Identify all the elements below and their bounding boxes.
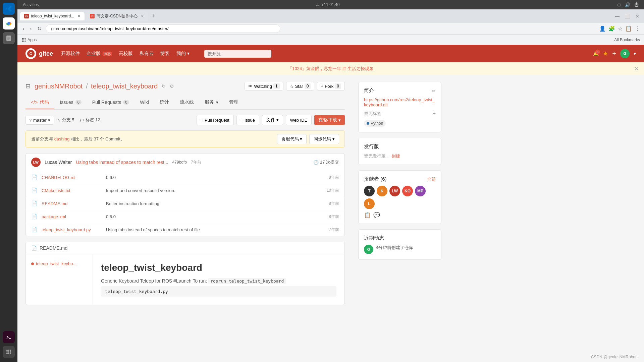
svg-point-26 bbox=[25, 41, 26, 42]
activities-label[interactable]: Activities bbox=[23, 2, 39, 7]
tab-code[interactable]: </> 代码 bbox=[25, 96, 54, 109]
contributor-L[interactable]: L bbox=[364, 198, 375, 209]
file-name-readme[interactable]: README.md bbox=[42, 201, 102, 206]
create-release-link[interactable]: 创建 bbox=[391, 154, 400, 159]
repo-url-link[interactable]: https://github.com/ros2/teleop_twist_key… bbox=[364, 97, 436, 107]
contributor-KO[interactable]: KO bbox=[402, 186, 413, 196]
profile-icon[interactable]: 👤 bbox=[599, 25, 606, 32]
more-menu-button[interactable]: ⋮ bbox=[635, 25, 640, 32]
right-sidebar: 简介 ✏ https://github.com/ros2/teleop_twis… bbox=[353, 75, 447, 362]
nav-university[interactable]: 高校版 bbox=[119, 51, 133, 57]
nav-opensource[interactable]: 开源软件 bbox=[61, 51, 80, 57]
file-name-cmake[interactable]: CMakeLists.txt bbox=[42, 188, 102, 193]
gitee-search-input[interactable] bbox=[204, 50, 271, 58]
favorites-icon[interactable]: ☆ bbox=[618, 25, 623, 32]
file-name-teleop[interactable]: teleop_twist_keyboard.py bbox=[42, 227, 102, 232]
browser-tab-2[interactable]: C 写文章-CSDN创作中心 ✕ bbox=[86, 11, 148, 21]
repo-name-link[interactable]: teleop_twist_keyboard bbox=[91, 82, 158, 90]
contribute-code-button[interactable]: 贡献代码 ▾ bbox=[277, 134, 307, 144]
repo-sync-icon[interactable]: ↻ bbox=[162, 83, 166, 89]
contributor-MP[interactable]: MP bbox=[415, 186, 426, 196]
maximize-button[interactable]: ⬜ bbox=[623, 12, 632, 20]
branch-selector[interactable]: ⑂ master ▾ bbox=[25, 116, 54, 125]
tab-1-close[interactable]: ✕ bbox=[77, 14, 80, 18]
commit-hash[interactable]: 479bdfb bbox=[172, 160, 187, 165]
taskbar-terminal[interactable] bbox=[3, 331, 15, 343]
watch-button[interactable]: 👁 Watching 1 bbox=[245, 82, 283, 90]
sync-code-button[interactable]: 同步代码 ▾ bbox=[309, 134, 339, 144]
readme-sidebar-item[interactable]: teleop_twist_keybo... bbox=[31, 260, 87, 267]
edit-intro-icon[interactable]: ✏ bbox=[432, 88, 436, 94]
create-icon[interactable]: + bbox=[612, 50, 616, 58]
notification-bell[interactable]: 🔔 1 bbox=[593, 51, 599, 56]
file-button[interactable]: 文件 ▾ bbox=[262, 115, 283, 125]
nav-blog[interactable]: 博客 bbox=[160, 51, 170, 57]
repo-owner-link[interactable]: geniusNMRobot bbox=[35, 82, 83, 90]
address-input[interactable] bbox=[46, 24, 280, 33]
add-tag-button[interactable]: + bbox=[433, 111, 436, 117]
close-window-button[interactable]: ✕ bbox=[634, 12, 641, 20]
all-bookmarks-link[interactable]: All Bookmarks bbox=[614, 38, 640, 42]
apps-label: Apps bbox=[21, 38, 37, 42]
back-button[interactable]: ‹ bbox=[21, 24, 26, 33]
tab-service[interactable]: 服务 ▾ bbox=[199, 96, 224, 109]
tab-wiki[interactable]: Wiki bbox=[135, 96, 154, 109]
issue-button[interactable]: + Issue bbox=[236, 115, 259, 125]
copy-icon[interactable]: 📋 bbox=[364, 212, 371, 218]
taskbar-vscode[interactable] bbox=[3, 3, 15, 15]
reload-button[interactable]: ↻ bbox=[36, 24, 43, 33]
file-icon-cmake: 📄 bbox=[31, 187, 38, 193]
tab-issues[interactable]: Issues 0 bbox=[54, 96, 87, 109]
minimize-button[interactable]: — bbox=[613, 12, 622, 20]
file-msg-cmake: Import and convert rosbuild version. bbox=[106, 188, 315, 193]
commit-message-link[interactable]: Using tabs instead of spaces to match re… bbox=[76, 160, 168, 165]
tags-link[interactable]: 🏷 标签 12 bbox=[80, 117, 100, 123]
branches-link[interactable]: ⑂ 分支 5 bbox=[58, 117, 74, 123]
file-name-package[interactable]: package.xml bbox=[42, 214, 102, 219]
user-avatar[interactable]: G bbox=[620, 49, 630, 58]
nav-enterprise[interactable]: 企业版 特惠 bbox=[87, 51, 112, 57]
file-icon-package: 📄 bbox=[31, 214, 38, 220]
file-name-changelog[interactable]: CHANGELOG.rst bbox=[42, 175, 102, 180]
star-icon-header[interactable]: ★ bbox=[603, 50, 608, 57]
contributor-LW[interactable]: LW bbox=[389, 186, 400, 196]
gitee-logo[interactable]: G gitee bbox=[25, 48, 53, 59]
svg-point-16 bbox=[8, 353, 9, 354]
fork-button[interactable]: ⑂ Fork 0 bbox=[317, 82, 345, 90]
forward-button[interactable]: › bbox=[29, 24, 33, 33]
web-ide-button[interactable]: Web IDE bbox=[286, 115, 312, 125]
tab-stats[interactable]: 统计 bbox=[154, 96, 174, 109]
commit-count[interactable]: 🕐 17 次提交 bbox=[313, 159, 339, 165]
diff-branch-link[interactable]: dashing bbox=[54, 136, 70, 141]
gitee-search bbox=[204, 50, 271, 58]
contributor-K[interactable]: K bbox=[377, 186, 387, 196]
browser-tab-1[interactable]: G teleop_twist_keyboard... ✕ bbox=[20, 12, 85, 20]
repo-settings-icon[interactable]: ⚙ bbox=[170, 83, 174, 89]
file-row-readme: 📄 README.md Better instruction formattin… bbox=[26, 197, 344, 210]
extensions-icon[interactable]: 🧩 bbox=[608, 25, 615, 32]
tab-pull-requests[interactable]: Pull Requests 0 bbox=[87, 96, 135, 109]
svg-point-13 bbox=[8, 351, 9, 353]
user-menu-arrow[interactable]: ▾ bbox=[634, 51, 636, 56]
tab-2-close[interactable]: ✕ bbox=[141, 14, 144, 18]
nav-private-cloud[interactable]: 私有云 bbox=[140, 51, 154, 57]
nav-mine[interactable]: 我的 ▾ bbox=[176, 51, 190, 57]
banner-close-button[interactable]: ✕ bbox=[634, 66, 639, 72]
contributor-T[interactable]: T bbox=[364, 186, 375, 196]
taskbar-apps[interactable] bbox=[3, 346, 15, 358]
tab-pipeline[interactable]: 流水线 bbox=[174, 96, 199, 109]
contributors-all-link[interactable]: 全部 bbox=[427, 176, 436, 182]
taskbar-chrome[interactable] bbox=[3, 17, 15, 29]
svg-point-11 bbox=[10, 350, 11, 351]
readme-body: teleop_twist_keybo... teleop_twist_keybo… bbox=[26, 254, 344, 305]
pull-request-button[interactable]: + Pull Request bbox=[197, 115, 234, 125]
message-icon[interactable]: 💬 bbox=[373, 212, 380, 218]
tab-admin[interactable]: 管理 bbox=[224, 96, 244, 109]
taskbar-files[interactable] bbox=[3, 32, 15, 44]
repo-header: ⊟ geniusNMRobot / teleop_twist_keyboard … bbox=[25, 82, 345, 90]
branch-info: ⑂ 分支 5 🏷 标签 12 bbox=[58, 117, 100, 123]
new-tab-button[interactable]: + bbox=[149, 13, 157, 20]
clone-download-button[interactable]: 克隆/下载 ▾ bbox=[314, 115, 345, 125]
collections-icon[interactable]: 📋 bbox=[625, 25, 632, 32]
star-button[interactable]: ☆ Star 0 bbox=[286, 82, 315, 90]
